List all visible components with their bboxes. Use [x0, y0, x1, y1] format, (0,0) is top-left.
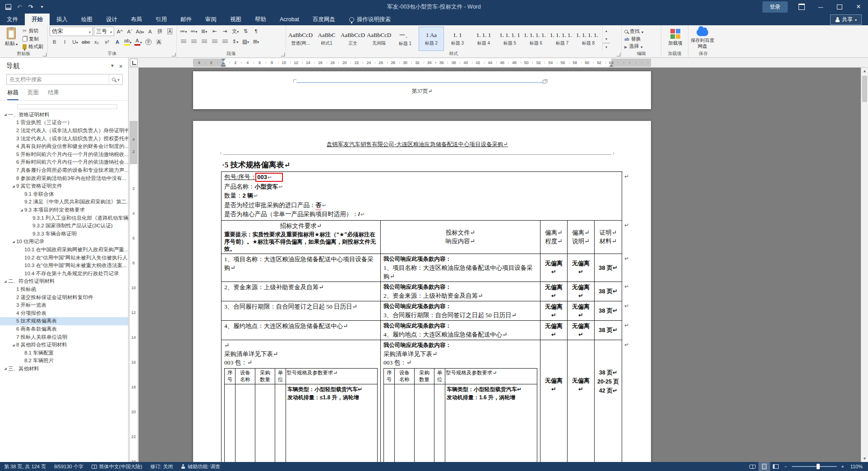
save-icon[interactable] — [3, 1, 14, 13]
subscript-icon[interactable]: x₂ — [92, 37, 102, 46]
nav-heading-item[interactable]: 三、其他材料 — [0, 365, 128, 373]
tab-审阅[interactable]: 审阅 — [199, 14, 223, 25]
nav-heading-item[interactable]: 9.3 本项目的特定资格要求 — [0, 206, 128, 214]
accessibility-status[interactable]: 辅助功能: 调查 — [177, 462, 224, 471]
superscript-icon[interactable]: x² — [102, 37, 112, 46]
addins-button[interactable]: 加载项 — [663, 27, 688, 46]
nav-heading-item[interactable]: 10.1 在中国政府采购网被列入政府采购严重... — [0, 246, 128, 254]
chevron-down-icon[interactable] — [117, 76, 120, 83]
nav-heading-item[interactable]: 6 商务条款偏离表 — [0, 325, 128, 333]
share-button[interactable]: 共享 — [830, 14, 862, 25]
nav-heading-item[interactable]: 4 分项报价表 — [0, 309, 128, 317]
nav-heading-item[interactable]: 1 营业执照（三证合一） — [0, 119, 128, 127]
tab-stop-selector[interactable] — [130, 59, 138, 66]
nav-tab-页面[interactable]: 页面 — [28, 89, 39, 100]
nav-heading-item[interactable]: 10.2 在“信用中国”网站未被列入失信被执行人 — [0, 254, 128, 262]
style-gallery-more-icon[interactable] — [603, 43, 610, 51]
increase-indent-icon[interactable]: ⇥ — [220, 27, 230, 36]
document-canvas[interactable]: 第37页↵ 盘锦军友汽车销售有限公司-大连区粮油应急储备配送中心项目设备采购↵ … — [139, 68, 861, 462]
distribute-icon[interactable] — [220, 37, 230, 46]
table-resize-handle[interactable] — [543, 80, 546, 83]
nav-heading-item[interactable]: 7 具备履行合同所必需的设备和专业技术能力声... — [0, 166, 128, 175]
hanging-indent-marker[interactable] — [221, 62, 226, 65]
select-button[interactable]: 选择 — [624, 43, 658, 50]
vertical-ruler[interactable]: 4224681012141618202224 — [129, 68, 139, 462]
style-chip-标题 5[interactable]: 1. 1. 1. 1标题 5 — [497, 27, 522, 51]
read-mode-button[interactable] — [747, 462, 758, 471]
character-shading-icon[interactable]: A — [154, 37, 164, 46]
grow-font-icon[interactable]: A^ — [115, 27, 125, 36]
tell-me-search[interactable]: 操作说明搜索 — [349, 14, 391, 25]
dialog-launcher-icon[interactable] — [281, 53, 285, 56]
style-chip-无间隔[interactable]: AaBbCcDc无间隔 — [366, 27, 392, 51]
nav-heading-item[interactable]: 4 具有良好的商业信誉和健全的财务会计制度的... — [0, 143, 128, 151]
style-chip-标题 7[interactable]: 1. 1. 1. 1. 1. 1标题 7 — [549, 27, 575, 51]
tab-布局[interactable]: 布局 — [124, 14, 149, 25]
style-chip-样式1[interactable]: AaBbC样式1 — [314, 27, 339, 51]
tab-视图[interactable]: 视图 — [223, 14, 248, 25]
nav-heading-item[interactable]: 6 开标时间前六个月内任一个月的依法缴纳社会... — [0, 158, 128, 166]
nav-heading-item[interactable]: 10 信用记录 — [0, 238, 128, 246]
style-gallery-up-icon[interactable] — [603, 27, 610, 35]
tab-帮助[interactable]: 帮助 — [248, 14, 273, 25]
style-chip-普通(网...[interactable]: AaBbCcDc普通(网... — [288, 27, 313, 51]
nav-heading-item[interactable]: 10.4 不存在第十九条规定的行政处罚记录 — [0, 269, 128, 277]
strikethrough-icon[interactable]: abc — [81, 37, 91, 46]
nav-heading-item[interactable] — [0, 103, 128, 111]
nav-heading-item[interactable]: 9.2 满足《中华人民共和国政府采购法》第二... — [0, 198, 128, 206]
copy-button[interactable]: 复制 — [23, 36, 43, 42]
scroll-up-icon[interactable] — [861, 68, 868, 74]
dialog-launcher-icon[interactable] — [172, 53, 175, 56]
nav-heading-item[interactable]: 二、符合性证明材料 — [0, 277, 128, 286]
web-layout-button[interactable] — [770, 462, 782, 471]
tab-设计[interactable]: 设计 — [99, 14, 124, 25]
nav-heading-item[interactable]: 1 投标函 — [0, 286, 128, 294]
cut-button[interactable]: 剪切 — [23, 28, 43, 34]
paste-button[interactable]: 粘贴 — [2, 27, 21, 51]
nav-heading-item[interactable]: 9.3.2 国家强制性产品认证(3C认证) — [0, 222, 128, 230]
print-layout-button[interactable] — [758, 462, 770, 471]
nav-heading-item[interactable]: 7 投标人关联单位说明 — [0, 333, 128, 341]
bullets-icon[interactable]: ≔ — [179, 27, 188, 36]
style-chip-标题 6[interactable]: 1. 1. 1. 1. 1标题 6 — [523, 27, 549, 51]
style-chip-标题 1[interactable]: 一、标题 1 — [392, 27, 418, 51]
font-size-combo[interactable]: 三号 — [94, 27, 114, 36]
underline-icon[interactable]: U — [70, 37, 80, 46]
dialog-launcher-icon[interactable] — [43, 53, 46, 56]
nav-heading-item[interactable]: 2 递交投标保证金证明材料复印件 — [0, 293, 128, 301]
tab-绘图[interactable]: 绘图 — [74, 14, 99, 25]
asian-layout-icon[interactable]: 文 — [231, 27, 240, 36]
tab-引用[interactable]: 引用 — [149, 14, 174, 25]
font-color-icon[interactable]: A — [134, 37, 143, 46]
tab-文件[interactable]: 文件 — [0, 14, 25, 25]
left-indent-marker[interactable] — [221, 65, 226, 67]
text-effects-icon[interactable]: A — [113, 37, 122, 46]
expand-triangle-icon[interactable] — [11, 343, 16, 347]
tab-插入[interactable]: 插入 — [50, 14, 74, 25]
decrease-indent-icon[interactable]: ⇤ — [210, 27, 219, 36]
page-indicator[interactable]: 第 38 页, 共 124 页 — [0, 462, 50, 471]
sort-icon[interactable]: ⇅ — [241, 27, 250, 36]
login-button[interactable]: 登录 — [762, 1, 788, 13]
align-center-icon[interactable] — [189, 37, 199, 46]
font-name-combo[interactable]: 仿宋 — [50, 27, 93, 36]
language-status[interactable]: 简体中文(中国大陆) — [88, 462, 146, 471]
scrollbar-thumb[interactable] — [862, 76, 867, 102]
nav-close-icon[interactable] — [119, 63, 123, 70]
zoom-out-button[interactable]: − — [782, 464, 790, 469]
nav-heading-item[interactable]: 3 法定代表人（或非法人组织负责人）授权委托书 — [0, 134, 128, 143]
nav-heading-item[interactable]: 一、资格证明材料 — [0, 111, 128, 119]
align-left-icon[interactable] — [179, 37, 188, 46]
justify-icon[interactable] — [210, 37, 219, 46]
expand-triangle-icon[interactable] — [19, 208, 24, 212]
phonetic-guide-icon[interactable]: 拼 — [155, 27, 165, 36]
style-chip-标题 2[interactable]: 1 Aa标题 2 — [419, 27, 444, 51]
dialog-launcher-icon[interactable] — [617, 53, 620, 56]
nav-heading-item[interactable]: 9.3.3 车辆合格证明 — [0, 230, 128, 238]
style-chip-标题 3[interactable]: 1. 1标题 3 — [445, 27, 470, 51]
expand-triangle-icon[interactable] — [3, 113, 8, 116]
tab-邮件[interactable]: 邮件 — [174, 14, 199, 25]
undo-icon[interactable] — [14, 1, 25, 13]
nav-heading-item[interactable]: 8.1 车辆配置 — [0, 349, 128, 357]
zoom-slider[interactable] — [792, 466, 837, 467]
